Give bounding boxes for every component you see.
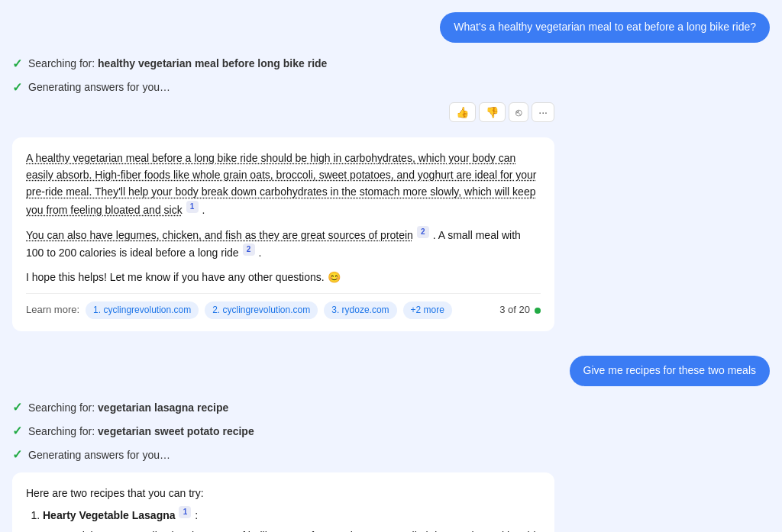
citation-3: 2: [243, 243, 255, 256]
learn-more-link-2[interactable]: 2. cyclingrevolution.com: [205, 301, 318, 319]
chat-container: What's a healthy vegetarian meal to eat …: [0, 0, 782, 532]
user-text-2: Give me recipes for these two meals: [583, 364, 756, 376]
status-searching-3: ✓ Searching for: vegetarian sweet potato…: [12, 422, 770, 440]
recipe-item-1: Hearty Vegetable Lasagna 1 : Cook lasagn…: [43, 506, 541, 532]
answer-card-1: A healthy vegetarian meal before a long …: [12, 137, 554, 332]
recipe-step-1-1: Cook lasagna noodles in a large pot of b…: [63, 527, 541, 532]
learn-more-bar: Learn more: 1. cyclingrevolution.com 2. …: [26, 293, 541, 319]
status-label-3: Searching for: vegetarian lasagna recipe: [28, 401, 228, 414]
status-label-4: Searching for: vegetarian sweet potato r…: [28, 425, 254, 437]
page-indicator: 3 of 20: [499, 302, 541, 318]
status-label-2: Generating answers for you…: [28, 81, 170, 93]
check-icon-1: ✓: [12, 56, 22, 71]
recipe-card: Here are two recipes that you can try: H…: [12, 472, 554, 532]
recipe-steps-1: Cook lasagna noodles in a large pot of b…: [43, 527, 541, 532]
status-searching-2: ✓ Searching for: vegetarian lasagna reci…: [12, 398, 770, 416]
more-button[interactable]: ···: [532, 102, 554, 122]
toolbar-wrapper: 👍 👎 ⎋ ···: [12, 102, 554, 127]
recipe-citation-1: 1: [179, 506, 191, 518]
citation-2: 2: [417, 226, 429, 238]
share-button[interactable]: ⎋: [509, 102, 528, 122]
learn-more-link-3[interactable]: 3. rydoze.com: [324, 301, 396, 319]
recipe-intro: Here are two recipes that you can try:: [26, 485, 541, 501]
card-toolbar: 👍 👎 ⎋ ···: [449, 102, 554, 122]
status-searching-1: ✓ Searching for: healthy vegetarian meal…: [12, 55, 770, 73]
learn-more-more[interactable]: +2 more: [403, 301, 452, 319]
like-button[interactable]: 👍: [449, 102, 476, 122]
user-bubble-1: What's a healthy vegetarian meal to eat …: [440, 12, 770, 43]
status-label-5: Generating answers for you…: [28, 449, 170, 461]
check-icon-3: ✓: [12, 400, 22, 414]
user-bubble-2: Give me recipes for these two meals: [570, 356, 770, 386]
section-gap-1: [12, 340, 770, 350]
status-label-1: Searching for: healthy vegetarian meal b…: [28, 57, 327, 69]
answer-para-2: You can also have legumes, chicken, and …: [26, 226, 541, 261]
dislike-button[interactable]: 👎: [479, 102, 506, 122]
check-icon-5: ✓: [12, 447, 22, 462]
check-icon-2: ✓: [12, 80, 22, 95]
citation-1: 1: [186, 201, 199, 213]
user-text-1: What's a healthy vegetarian meal to eat …: [454, 21, 756, 33]
learn-more-link-1[interactable]: 1. cyclingrevolution.com: [86, 301, 199, 319]
status-generating-1: ✓ Generating answers for you…: [12, 79, 770, 96]
user-message-1: What's a healthy vegetarian meal to eat …: [12, 12, 770, 43]
status-dot: [535, 308, 541, 314]
status-generating-2: ✓ Generating answers for you…: [12, 446, 770, 463]
recipe-list: Hearty Vegetable Lasagna 1 : Cook lasagn…: [26, 506, 541, 532]
learn-more-label: Learn more:: [26, 302, 79, 318]
answer-para-1: A healthy vegetarian meal before a long …: [26, 150, 541, 218]
check-icon-4: ✓: [12, 424, 22, 438]
user-message-2: Give me recipes for these two meals: [12, 356, 770, 386]
answer-para-3: I hope this helps! Let me know if you ha…: [26, 269, 541, 285]
